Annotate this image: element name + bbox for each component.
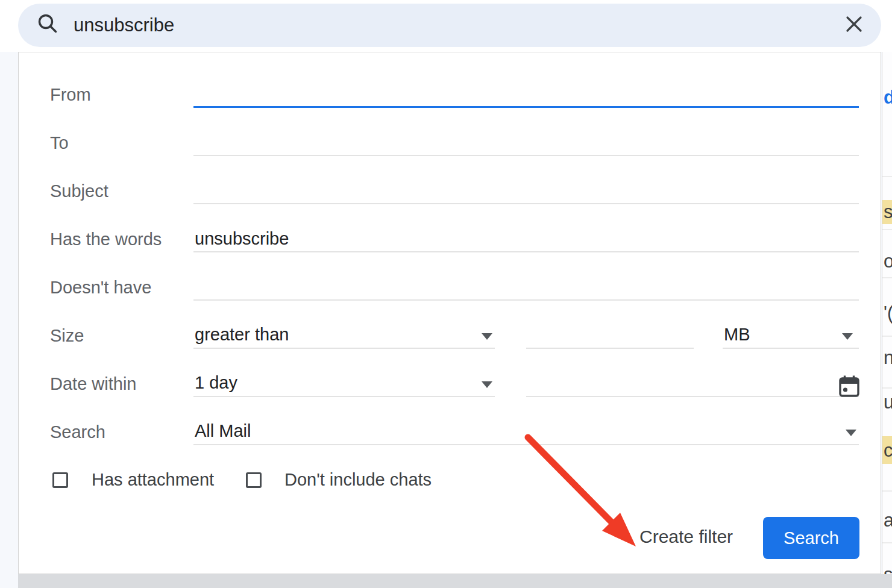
has-words-label: Has the words (50, 226, 162, 252)
size-label: Size (50, 322, 84, 349)
search-button[interactable]: Search (763, 517, 859, 559)
dont-include-chats-checkbox[interactable] (246, 472, 262, 488)
list-divider (882, 490, 892, 492)
dont-include-chats-label: Don't include chats (284, 470, 432, 490)
list-item: d (884, 87, 892, 108)
to-field[interactable] (193, 130, 859, 156)
list-divider (882, 277, 892, 278)
search-bar[interactable] (18, 4, 881, 47)
size-operator-dropdown[interactable]: greater than (193, 322, 495, 349)
advanced-search-dialog: From To Subject Has the words Doesn't ha… (18, 52, 881, 574)
doesnt-have-field[interactable] (193, 274, 859, 301)
list-divider (882, 542, 892, 543)
dialog-bottom-shadow (18, 574, 892, 588)
list-divider (882, 387, 892, 389)
search-input[interactable] (74, 14, 840, 36)
to-label: To (50, 130, 69, 156)
list-item: s (884, 201, 892, 223)
from-field[interactable] (193, 81, 859, 108)
close-icon[interactable] (840, 10, 868, 40)
list-item: s (884, 564, 892, 574)
list-item: u (884, 392, 892, 413)
date-range-value: 1 day (195, 373, 237, 392)
has-attachment-label: Has attachment (92, 470, 214, 490)
list-divider (882, 176, 892, 177)
date-within-label: Date within (50, 371, 136, 397)
search-scope-value: All Mail (195, 421, 251, 440)
chevron-down-icon (846, 430, 856, 436)
search-scope-dropdown[interactable]: All Mail (193, 419, 859, 445)
chevron-down-icon (842, 333, 853, 340)
list-item: a (884, 510, 892, 531)
size-value-field[interactable] (526, 322, 694, 349)
calendar-icon[interactable] (838, 374, 860, 401)
size-unit-value: MB (724, 325, 750, 344)
subject-label: Subject (50, 178, 108, 204)
list-item: o (884, 251, 892, 272)
size-operator-value: greater than (195, 325, 289, 344)
from-label: From (50, 81, 91, 108)
list-divider (882, 229, 892, 230)
list-item: c (884, 440, 892, 461)
search-scope-label: Search (50, 419, 105, 445)
date-value-field[interactable] (526, 371, 859, 397)
subject-field[interactable] (193, 178, 859, 204)
background-mail-list-strip: d s o '( n u c a s (882, 52, 892, 574)
chevron-down-icon (482, 333, 492, 340)
chevron-down-icon (482, 381, 492, 388)
list-item: '( (884, 302, 892, 324)
has-words-field[interactable] (193, 226, 859, 252)
search-icon[interactable] (36, 13, 59, 38)
list-item: n (884, 347, 892, 369)
list-divider (882, 336, 892, 337)
has-attachment-checkbox[interactable] (52, 472, 68, 488)
date-range-dropdown[interactable]: 1 day (193, 371, 495, 397)
size-unit-dropdown[interactable]: MB (723, 322, 859, 349)
doesnt-have-label: Doesn't have (50, 274, 151, 301)
create-filter-button[interactable]: Create filter (633, 524, 739, 549)
